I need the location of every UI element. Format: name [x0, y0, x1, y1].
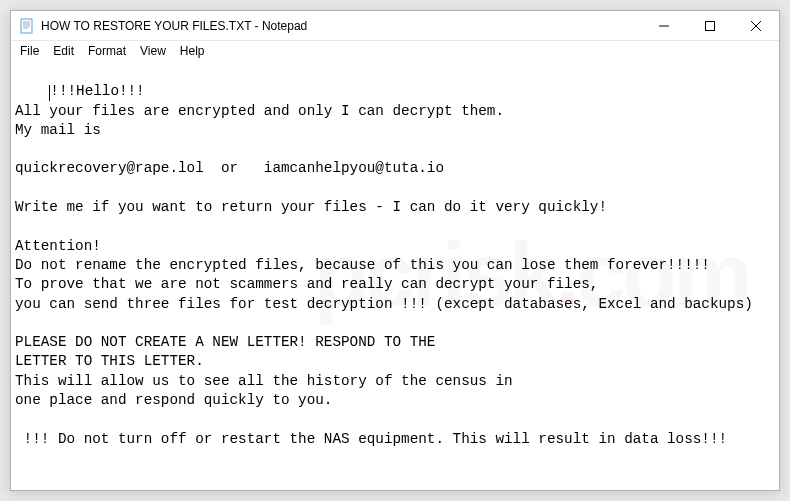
- menubar: File Edit Format View Help: [11, 41, 779, 61]
- menu-help[interactable]: Help: [173, 43, 212, 59]
- line: you can send three files for test decryp…: [15, 296, 753, 312]
- maximize-button[interactable]: [687, 11, 733, 41]
- line: one place and respond quickly to you.: [15, 392, 332, 408]
- line: Attention!: [15, 238, 101, 254]
- line: LETTER TO THIS LETTER.: [15, 353, 204, 369]
- close-button[interactable]: [733, 11, 779, 41]
- line: This will allow us to see all the histor…: [15, 373, 513, 389]
- minimize-button[interactable]: [641, 11, 687, 41]
- menu-edit[interactable]: Edit: [46, 43, 81, 59]
- svg-rect-6: [706, 22, 715, 31]
- line: quickrecovery@rape.lol or iamcanhelpyou@…: [15, 160, 444, 176]
- line: To prove that we are not scammers and re…: [15, 276, 598, 292]
- notepad-window: HOW TO RESTORE YOUR FILES.TXT - Notepad …: [10, 10, 780, 491]
- line: !!!Hello!!!: [50, 83, 144, 99]
- menu-format[interactable]: Format: [81, 43, 133, 59]
- line: All your files are encrypted and only I …: [15, 103, 504, 119]
- line: !!! Do not turn off or restart the NAS e…: [15, 431, 727, 447]
- window-title: HOW TO RESTORE YOUR FILES.TXT - Notepad: [41, 19, 641, 33]
- line: My mail is: [15, 122, 101, 138]
- menu-view[interactable]: View: [133, 43, 173, 59]
- line: Do not rename the encrypted files, becau…: [15, 257, 710, 273]
- line: PLEASE DO NOT CREATE A NEW LETTER! RESPO…: [15, 334, 435, 350]
- window-controls: [641, 11, 779, 40]
- menu-file[interactable]: File: [13, 43, 46, 59]
- notepad-icon: [19, 18, 35, 34]
- line: Write me if you want to return your file…: [15, 199, 607, 215]
- text-area[interactable]: pcrisk.com!!!Hello!!! All your files are…: [11, 61, 779, 490]
- text-caret: [49, 85, 50, 101]
- titlebar[interactable]: HOW TO RESTORE YOUR FILES.TXT - Notepad: [11, 11, 779, 41]
